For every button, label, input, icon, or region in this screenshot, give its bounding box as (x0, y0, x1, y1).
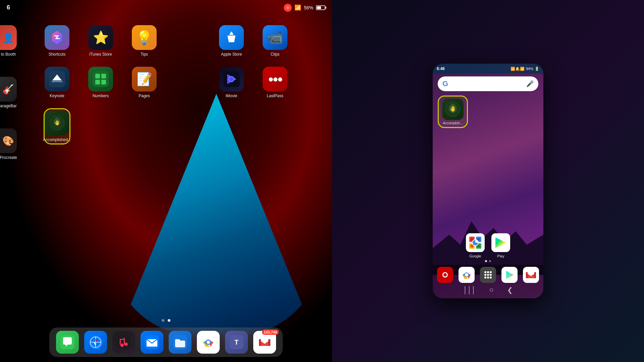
accomplished-label-android: Accomplish... (443, 121, 463, 125)
dock-messages-wrap (56, 331, 79, 354)
dock-apps-grid[interactable] (480, 267, 496, 283)
dock-teams-wrap: T (225, 331, 248, 354)
phone-frame: 6:46 📶🔔📶 94% 🔋 G 🎤 (433, 64, 543, 298)
svg-rect-3 (93, 71, 109, 87)
phone-battery: 94% (526, 67, 533, 71)
imovie-icon (219, 67, 244, 92)
svg-point-63 (490, 271, 492, 273)
numbers-icon (88, 67, 113, 92)
app-clips[interactable]: 📹 Clips (262, 25, 288, 57)
ipad-status-bar: 6 📶 56% (0, 0, 332, 15)
tips-icon: 💡 (132, 25, 157, 50)
svg-point-67 (484, 277, 486, 279)
svg-point-65 (487, 274, 489, 276)
android-google-app[interactable]: Google (466, 233, 485, 258)
phone-status-bar: 6:46 📶🔔📶 94% 🔋 (433, 64, 543, 74)
apple-store-icon (219, 25, 244, 50)
dock-files-wrap (169, 331, 192, 354)
app-row-1: Shortcuts ⭐ iTunes Store 💡 Tips (44, 25, 319, 57)
dock-safari[interactable] (84, 331, 107, 354)
svg-point-68 (487, 277, 489, 279)
svg-text:🤚: 🤚 (54, 120, 60, 126)
svg-point-23 (120, 344, 124, 347)
app-itunes[interactable]: ⭐ iTunes Store (87, 25, 114, 57)
status-icons: 6 📶 56% (284, 4, 325, 12)
itunes-label: iTunes Store (89, 52, 112, 57)
numbers-label: Numbers (93, 94, 109, 98)
accomplished-icon: 🤚 (45, 111, 69, 135)
svg-rect-73 (534, 272, 536, 278)
dock-record[interactable] (437, 267, 453, 283)
search-input[interactable] (451, 76, 523, 91)
svg-rect-48 (471, 238, 473, 241)
app-numbers[interactable]: Numbers (87, 67, 114, 98)
svg-rect-51 (477, 245, 480, 247)
clips-label: Clips (271, 52, 280, 57)
app-shortcuts[interactable]: Shortcuts (44, 25, 70, 57)
nav-recents[interactable]: │││ (463, 286, 476, 294)
svg-point-61 (484, 271, 486, 273)
itunes-icon: ⭐ (88, 25, 113, 50)
wifi-icon: 📶 (294, 4, 301, 11)
accomplished-app-android[interactable]: 🤚 Accomplish... (438, 96, 468, 128)
svg-rect-49 (477, 238, 480, 241)
dock-gmail-wrap: 143,748 (253, 331, 276, 354)
app-row-2: Keynote Numbers 📝 (44, 67, 319, 98)
svg-point-59 (465, 273, 468, 277)
keynote-icon (45, 67, 69, 92)
phone-screen: 6:46 📶🔔📶 94% 🔋 G 🎤 (433, 64, 543, 298)
phone-dot-2[interactable] (489, 260, 491, 262)
apple-store-label: Apple Store (221, 52, 242, 57)
svg-text:🤚: 🤚 (449, 106, 456, 112)
dock-messages[interactable] (56, 331, 79, 354)
lastpass-icon: ●●● (263, 67, 287, 92)
dock-safari-wrap (84, 331, 107, 354)
dock-chrome-wrap (197, 331, 220, 354)
dock-teams[interactable]: T (225, 331, 248, 354)
dock-music[interactable] (112, 331, 135, 354)
svg-rect-1 (52, 81, 62, 82)
dock-files[interactable] (169, 331, 192, 354)
phone-nav-bar: │││ ○ ❮ (463, 286, 513, 294)
record-button[interactable] (284, 4, 292, 12)
dock: T 143,748 (49, 327, 283, 357)
app-imovie[interactable]: iMovie (218, 67, 245, 98)
dock-play-android[interactable] (501, 267, 518, 283)
app-pages[interactable]: 📝 Pages (131, 67, 158, 98)
google-label: Google (469, 254, 481, 258)
app-accomplished[interactable]: 🤚 Accomplished... (44, 108, 70, 144)
google-search-bar[interactable]: G 🎤 (438, 76, 538, 91)
app-apple-store[interactable]: Apple Store (218, 25, 245, 57)
app-keynote[interactable]: Keynote (44, 67, 70, 98)
time-display: 6 (7, 4, 10, 11)
record-inner (286, 6, 289, 9)
svg-rect-27 (120, 339, 125, 340)
page-dot-2[interactable] (168, 319, 170, 322)
dock-mail[interactable] (141, 331, 163, 354)
phone-page-dots (485, 260, 491, 262)
phone-time: 6:46 (437, 66, 445, 71)
google-icon (466, 233, 485, 252)
keynote-label: Keynote (50, 94, 64, 98)
mic-icon[interactable]: 🎤 (526, 80, 534, 87)
tips-label: Tips (141, 52, 148, 57)
app-lastpass[interactable]: ●●● LastPass (262, 67, 288, 98)
android-play-app[interactable]: Play (491, 233, 510, 258)
dock-gmail-android[interactable] (523, 267, 539, 283)
play-label: Play (497, 254, 504, 258)
svg-point-69 (490, 277, 492, 279)
dock-chrome[interactable] (197, 331, 220, 354)
phone-status-right: 📶🔔📶 94% 🔋 (511, 67, 539, 71)
svg-rect-38 (259, 339, 261, 346)
svg-point-64 (484, 274, 486, 276)
nav-back[interactable]: ❮ (507, 286, 513, 294)
dock-chrome-android[interactable] (459, 267, 475, 283)
nav-home[interactable]: ○ (489, 286, 494, 294)
phone-icons: 📶🔔📶 (511, 67, 525, 71)
page-dot-1[interactable] (162, 319, 164, 322)
gmail-badge: 143,748 (262, 329, 279, 335)
app-tips[interactable]: 💡 Tips (131, 25, 158, 57)
phone-battery-icon: 🔋 (535, 67, 539, 71)
page-dots (162, 319, 170, 322)
phone-dot-1[interactable] (485, 260, 487, 262)
